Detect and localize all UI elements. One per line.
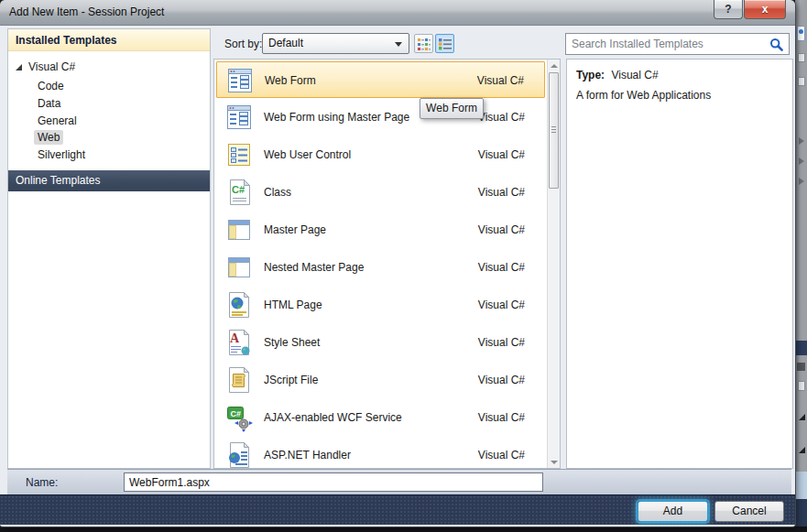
cancel-button[interactable]: Cancel: [714, 501, 784, 522]
tree-node-silverlight[interactable]: Silverlight: [38, 148, 85, 161]
dialog-footer: Add Cancel: [0, 494, 795, 525]
search-icon: [769, 38, 784, 52]
template-item-web-form-master[interactable]: Web Form using Master Page Visual C#: [216, 99, 545, 136]
template-item-ajax-wcf-service[interactable]: AJAX-enabled WCF Service Visual C#: [216, 399, 545, 436]
triangle-up-icon: [551, 64, 558, 68]
template-item-nested-master-page[interactable]: Nested Master Page Visual C#: [216, 249, 545, 286]
tree-node-code[interactable]: Code: [38, 80, 64, 92]
help-button[interactable]: ?: [714, 0, 743, 19]
template-item-label: Nested Master Page: [264, 261, 364, 274]
template-item-label: Web Form using Master Page: [264, 111, 409, 124]
template-list: Web Form Visual C# Web Form using Master…: [213, 59, 561, 469]
tree-node-web-label: Web: [34, 130, 63, 145]
ide-fragment: [795, 499, 807, 527]
template-item-category: Visual C#: [478, 336, 525, 349]
template-item-label: Class: [264, 186, 291, 199]
triangle-down-icon: [551, 461, 558, 464]
html-page-icon: [224, 290, 254, 320]
template-item-label: Style Sheet: [264, 336, 320, 349]
template-item-web-user-control[interactable]: Web User Control Visual C#: [216, 136, 545, 173]
scrollbar-thumb[interactable]: [549, 72, 559, 189]
close-icon: x: [762, 3, 769, 16]
template-item-jscript-file[interactable]: JScript File Visual C#: [216, 362, 545, 398]
tree-node-web[interactable]: Web: [38, 131, 63, 144]
ide-fragment: [799, 447, 805, 453]
ide-fragment: [798, 381, 805, 391]
close-button[interactable]: x: [744, 0, 786, 19]
master-page-icon: [224, 215, 254, 244]
chevron-down-icon: [395, 42, 402, 47]
template-item-label: HTML Page: [264, 299, 322, 311]
name-input[interactable]: [124, 472, 543, 492]
installed-templates-header[interactable]: Installed Templates: [8, 29, 210, 51]
help-icon: ?: [725, 3, 731, 16]
ide-background-bottom: [0, 527, 807, 532]
ide-fragment: [799, 29, 803, 34]
template-item-category: Visual C#: [478, 374, 525, 386]
ide-fragment: [798, 53, 805, 62]
template-item-master-page[interactable]: Master Page Visual C#: [216, 212, 545, 248]
template-item-category: Visual C#: [478, 148, 525, 161]
web-form-tooltip: Web Form: [420, 98, 484, 119]
type-label: Type:: [576, 69, 605, 81]
web-form-icon: [225, 66, 255, 95]
list-scrollbar[interactable]: [547, 60, 560, 468]
sort-by-value: Default: [268, 37, 303, 49]
template-item-web-form[interactable]: Web Form Visual C#: [216, 61, 545, 98]
search-input[interactable]: [572, 36, 759, 52]
ide-fragment: [798, 77, 805, 86]
template-item-category: Visual C#: [477, 74, 524, 87]
sort-by-dropdown[interactable]: Default: [262, 33, 409, 54]
template-description: A form for Web Applications: [576, 89, 711, 102]
template-item-class[interactable]: Class Visual C#: [216, 174, 545, 211]
template-item-category: Visual C#: [478, 261, 525, 274]
add-button[interactable]: Add: [638, 501, 708, 522]
template-item-style-sheet[interactable]: Style Sheet Visual C#: [216, 324, 545, 361]
online-templates-header[interactable]: Online Templates: [8, 170, 210, 191]
templates-sidebar: Installed Templates Visual C# Code Data …: [7, 28, 211, 469]
web-user-control-icon: [224, 140, 254, 169]
ide-fragment: [795, 341, 807, 355]
scroll-down-button[interactable]: [548, 455, 561, 468]
ajax-wcf-service-icon: [224, 403, 254, 432]
template-item-label: Master Page: [264, 223, 326, 236]
name-label: Name:: [26, 476, 58, 489]
style-sheet-icon: [224, 328, 254, 357]
template-info-panel: Type: Visual C# A form for Web Applicati…: [566, 59, 793, 469]
tree-expander-icon[interactable]: [16, 64, 22, 71]
type-value: Visual C#: [611, 69, 658, 81]
class-icon: [224, 178, 254, 207]
web-form-master-icon: [224, 103, 254, 132]
small-icons-view-icon: [417, 37, 431, 51]
template-item-category: Visual C#: [478, 449, 525, 461]
template-item-category: Visual C#: [478, 411, 525, 424]
template-item-aspnet-handler[interactable]: ASP.NET Handler Visual C#: [216, 437, 545, 469]
scroll-up-button[interactable]: [548, 60, 561, 72]
template-rows: Web Form Visual C# Web Form using Master…: [214, 60, 547, 468]
template-item-html-page[interactable]: HTML Page Visual C#: [216, 287, 545, 323]
template-item-category: Visual C#: [478, 223, 525, 236]
small-icons-view-button[interactable]: [414, 34, 433, 53]
tree-node-visual-csharp[interactable]: Visual C#: [28, 60, 75, 73]
scrollbar-grip-icon: [551, 126, 556, 133]
template-item-category: Visual C#: [478, 111, 525, 124]
tree-node-general[interactable]: General: [38, 114, 77, 127]
template-item-label: JScript File: [264, 374, 318, 386]
window-title: Add New Item - Session Project: [9, 5, 164, 18]
add-new-item-dialog: Add New Item - Session Project ? x Insta…: [0, 0, 795, 527]
tree-node-data[interactable]: Data: [38, 97, 60, 110]
list-view-icon: [438, 37, 453, 51]
ide-background-strip: [795, 0, 807, 532]
ide-fragment: [799, 137, 804, 145]
ide-fragment: [797, 363, 805, 371]
ide-fragment: [799, 178, 804, 185]
name-row: Name:: [7, 469, 791, 494]
jscript-file-icon: [224, 365, 254, 395]
template-item-category: Visual C#: [478, 299, 525, 311]
search-box: [565, 33, 790, 55]
template-item-label: ASP.NET Handler: [264, 449, 351, 461]
titlebar[interactable]: Add New Item - Session Project ? x: [0, 0, 795, 26]
aspnet-handler-icon: [224, 440, 254, 469]
ide-fragment: [799, 157, 804, 165]
list-view-button[interactable]: [435, 34, 454, 53]
